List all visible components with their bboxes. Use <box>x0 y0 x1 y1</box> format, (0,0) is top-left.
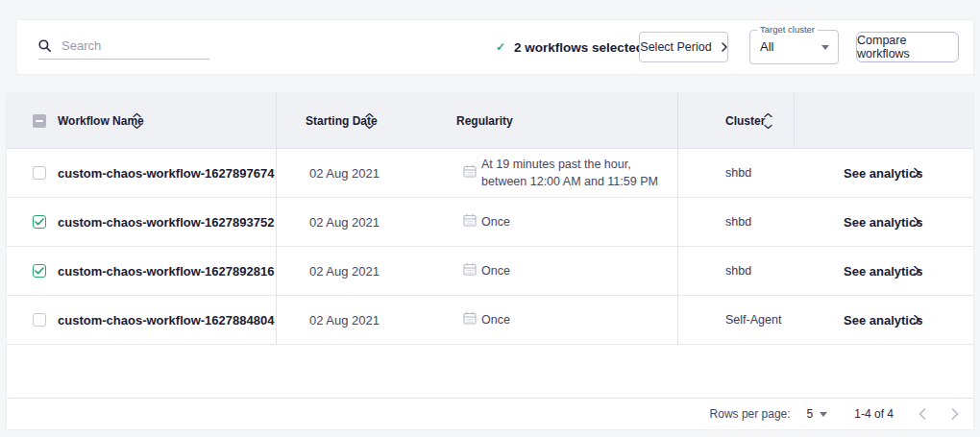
starting-date: 02 Aug 2021 <box>309 313 380 328</box>
sort-desc-icon <box>365 124 374 129</box>
select-period-button[interactable]: Select Period <box>639 32 728 62</box>
rows-per-page-select[interactable]: 5 <box>807 407 828 421</box>
column-divider <box>794 93 795 149</box>
regularity-text: Once <box>481 198 510 247</box>
sort-starting-date[interactable] <box>365 112 374 129</box>
cluster-name: shbd <box>725 166 751 180</box>
target-cluster-select[interactable]: Target cluster All <box>749 30 839 64</box>
sort-cluster[interactable] <box>764 112 772 129</box>
next-page-button[interactable] <box>951 408 959 420</box>
chevron-right-icon <box>722 42 727 52</box>
see-analytics-link[interactable]: See analytics <box>844 264 922 279</box>
see-analytics-link[interactable]: See analytics <box>844 313 922 328</box>
row-checkbox[interactable] <box>33 264 46 278</box>
sort-asc-icon <box>365 112 374 117</box>
toolbar-card: ✓ 2 workflows selected Select Period Tar… <box>17 20 973 74</box>
workflow-name: custom-chaos-workflow-1627897674 <box>58 166 274 181</box>
compare-workflows-button[interactable]: Compare workflows <box>856 32 959 62</box>
chevron-left-icon <box>919 408 926 420</box>
chevron-right-icon <box>951 408 959 420</box>
calendar-icon <box>463 164 477 182</box>
table-header: Workflow Name Starting Date Regularity C… <box>7 93 973 149</box>
see-analytics-link[interactable]: See analytics <box>844 166 922 181</box>
sort-asc-icon <box>133 112 141 117</box>
workflow-name: custom-chaos-workflow-1627884804 <box>58 313 274 328</box>
see-analytics-link[interactable]: See analytics <box>844 215 922 230</box>
chevron-right-icon[interactable] <box>914 266 920 277</box>
row-checkbox[interactable] <box>33 313 46 327</box>
sort-desc-icon <box>764 124 772 129</box>
select-period-label: Select Period <box>640 40 711 54</box>
compare-workflows-label: Compare workflows <box>857 34 958 61</box>
calendar-icon <box>463 262 477 279</box>
column-header-cluster: Cluster <box>725 114 765 128</box>
workflows-table: Workflow Name Starting Date Regularity C… <box>7 93 973 429</box>
pagination-bar: Rows per page: 5 1-4 of 4 <box>7 398 973 429</box>
cluster-name: shbd <box>725 215 751 229</box>
search-input[interactable] <box>38 33 209 60</box>
target-cluster-value: All <box>760 39 773 54</box>
workflow-name: custom-chaos-workflow-1627892816 <box>58 264 274 279</box>
sort-desc-icon <box>133 124 141 129</box>
regularity-text: At 19 minutes past the hour, between 12:… <box>481 149 658 198</box>
regularity-text: Once <box>481 247 510 296</box>
check-icon <box>35 267 44 275</box>
starting-date: 02 Aug 2021 <box>309 166 380 181</box>
column-header-regularity: Regularity <box>456 114 513 128</box>
table-row[interactable]: custom-chaos-workflow-1627892816 02 Aug … <box>7 247 973 296</box>
table-row[interactable]: custom-chaos-workflow-1627897674 02 Aug … <box>7 149 973 198</box>
search-icon <box>38 39 51 52</box>
table-row[interactable]: custom-chaos-workflow-1627884804 02 Aug … <box>7 296 973 345</box>
cluster-name: shbd <box>725 264 751 278</box>
select-all-checkbox[interactable] <box>33 114 46 128</box>
calendar-icon <box>463 311 477 328</box>
rows-per-page-label: Rows per page: <box>710 407 791 421</box>
pagination-range: 1-4 of 4 <box>854 407 894 421</box>
sort-workflow-name[interactable] <box>133 112 141 129</box>
chevron-right-icon[interactable] <box>914 168 920 179</box>
row-checkbox[interactable] <box>33 166 46 180</box>
column-divider <box>677 93 678 345</box>
caret-down-icon <box>821 45 829 50</box>
target-cluster-label: Target cluster <box>757 24 818 35</box>
sort-asc-icon <box>764 112 772 117</box>
rows-per-page-value: 5 <box>807 407 814 421</box>
cluster-name: Self-Agent <box>725 313 781 327</box>
caret-down-icon <box>820 412 827 417</box>
table-empty-area <box>7 345 973 396</box>
selection-status: ✓ 2 workflows selected <box>496 20 644 74</box>
column-header-workflow-name: Workflow Name <box>58 114 144 128</box>
table-row[interactable]: custom-chaos-workflow-1627893752 02 Aug … <box>7 198 973 247</box>
starting-date: 02 Aug 2021 <box>309 264 380 279</box>
chevron-right-icon[interactable] <box>914 315 920 326</box>
row-checkbox[interactable] <box>33 215 46 229</box>
selection-status-text: 2 workflows selected <box>514 40 644 55</box>
workflow-name: custom-chaos-workflow-1627893752 <box>58 215 274 230</box>
column-divider <box>276 93 277 345</box>
check-icon: ✓ <box>496 40 505 54</box>
calendar-icon <box>463 213 477 231</box>
chevron-right-icon[interactable] <box>914 217 920 228</box>
starting-date: 02 Aug 2021 <box>309 215 380 230</box>
previous-page-button[interactable] <box>919 408 926 420</box>
search-field <box>38 33 209 60</box>
check-icon <box>35 218 44 226</box>
regularity-text: Once <box>481 296 510 345</box>
